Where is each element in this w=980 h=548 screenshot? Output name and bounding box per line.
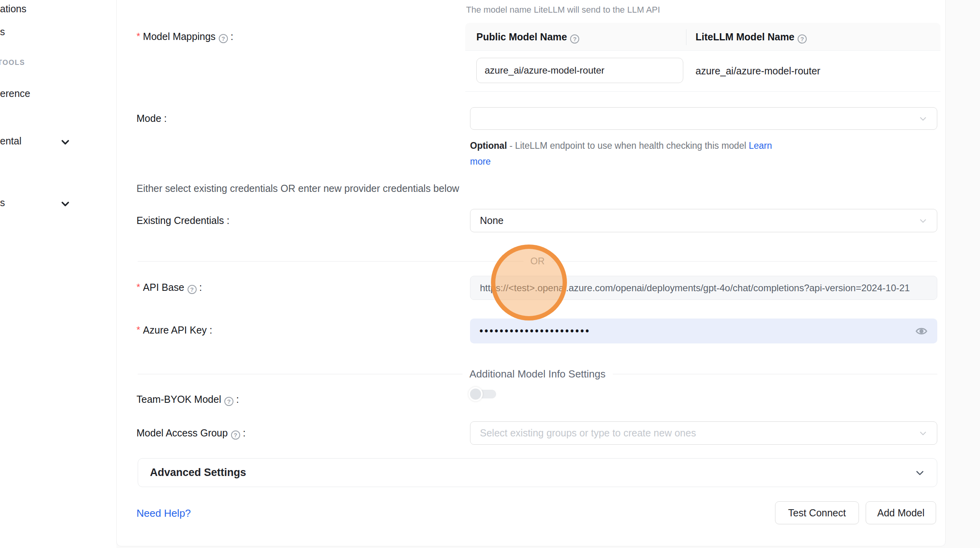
model-mappings-table-header: Public Model Name? LiteLLM Model Name?	[465, 23, 940, 51]
sidebar-section-tools: TOOLS	[0, 59, 25, 67]
chevron-down-icon	[60, 137, 70, 147]
model-access-group-select[interactable]: Select existing groups or type to create…	[470, 421, 937, 445]
masked-api-key: ••••••••••••••••••••••	[480, 326, 915, 336]
advanced-settings-panel[interactable]: Advanced Settings	[138, 458, 937, 487]
required-mark: *	[136, 282, 140, 292]
sidebar-item-settings[interactable]: s	[0, 197, 5, 209]
existing-credentials-value: None	[480, 215, 919, 226]
mode-hint: Optional - LiteLLM endpoint to use when …	[470, 138, 798, 169]
existing-credentials-label: Existing Credentials:	[136, 215, 229, 226]
add-model-button[interactable]: Add Model	[866, 501, 936, 524]
divider-line	[613, 374, 938, 374]
sidebar-item-guardrails[interactable]: s	[0, 26, 5, 38]
model-name-hint: The model name LiteLLM will send to the …	[466, 5, 660, 15]
help-icon[interactable]: ?	[798, 34, 807, 44]
divider-line	[552, 261, 938, 262]
learn-more-link[interactable]: more	[470, 156, 491, 167]
chevron-down-icon	[60, 199, 70, 209]
eye-icon[interactable]	[915, 325, 928, 338]
sidebar-item-inference[interactable]: erence	[0, 88, 30, 99]
chevron-down-icon	[919, 114, 927, 123]
or-divider-text: OR	[523, 256, 552, 267]
toggle-knob	[468, 387, 483, 401]
model-mappings-table: Public Model Name? LiteLLM Model Name? a…	[465, 23, 940, 92]
chevron-down-icon	[919, 216, 927, 225]
additional-settings-divider: Additional Model Info Settings	[138, 368, 937, 380]
public-model-name-input[interactable]: azure_ai/azure-model-router	[476, 58, 683, 83]
test-connect-button[interactable]: Test Connect	[775, 501, 859, 524]
api-base-input[interactable]: https://<test>.openai.azure.com/openai/d…	[470, 276, 937, 300]
model-mappings-table-row: azure_ai/azure-model-router azure_ai/azu…	[465, 51, 940, 91]
column-separator	[686, 29, 686, 45]
credentials-note: Either select existing credentials OR en…	[136, 183, 459, 194]
mode-label: Mode:	[136, 113, 167, 124]
additional-settings-divider-text: Additional Model Info Settings	[463, 368, 613, 380]
team-byok-toggle[interactable]	[468, 387, 499, 401]
required-mark: *	[136, 31, 140, 42]
required-mark: *	[136, 324, 140, 335]
divider-line	[138, 374, 463, 374]
or-divider: OR	[138, 256, 937, 267]
mode-select[interactable]	[470, 107, 937, 130]
help-icon[interactable]: ?	[219, 34, 228, 43]
api-base-label: *API Base?:	[136, 282, 202, 294]
existing-credentials-select[interactable]: None	[470, 209, 937, 232]
help-icon[interactable]: ?	[224, 397, 233, 406]
help-icon[interactable]: ?	[570, 34, 579, 44]
litellm-model-name-header: LiteLLM Model Name?	[675, 23, 807, 50]
learn-more-link[interactable]: Learn	[749, 140, 772, 151]
public-model-name-header: Public Model Name?	[465, 23, 675, 50]
sidebar-item-organizations[interactable]: ations	[0, 3, 27, 15]
need-help-link[interactable]: Need Help?	[136, 507, 191, 520]
model-access-group-placeholder: Select existing groups or type to create…	[480, 427, 919, 439]
sidebar: ations s TOOLS erence ental s	[0, 0, 116, 548]
litellm-model-name-value: azure_ai/azure-model-router	[696, 51, 820, 91]
model-access-group-label: Model Access Group?:	[136, 427, 246, 440]
sidebar-item-experimental[interactable]: ental	[0, 135, 21, 147]
chevron-down-icon	[919, 429, 927, 438]
divider-line	[138, 261, 523, 262]
advanced-settings-title: Advanced Settings	[150, 466, 915, 479]
help-icon[interactable]: ?	[188, 285, 197, 294]
add-model-page: ations s TOOLS erence ental s The model …	[0, 0, 980, 548]
azure-api-key-input[interactable]: ••••••••••••••••••••••	[470, 319, 937, 343]
chevron-down-icon	[915, 468, 925, 478]
help-icon[interactable]: ?	[231, 430, 240, 440]
team-byok-label: Team-BYOK Model?:	[136, 394, 239, 406]
azure-api-key-label: *Azure API Key:	[136, 324, 212, 336]
model-mappings-label: *Model Mappings?:	[136, 31, 233, 43]
